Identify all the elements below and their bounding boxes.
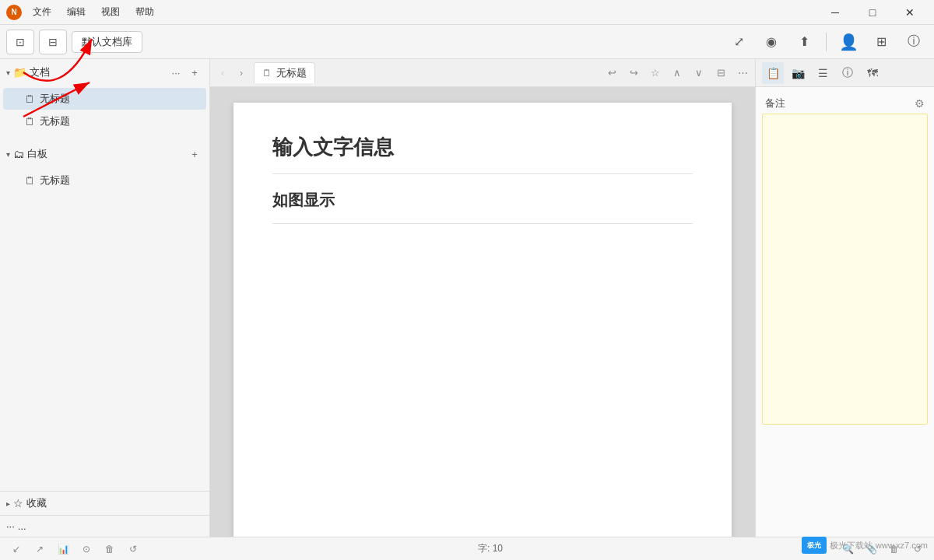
sidebar-more-label: ... xyxy=(18,520,26,532)
sort-asc-button[interactable]: ∧ xyxy=(668,64,686,82)
documents-chevron-icon: ▾ xyxy=(6,68,10,77)
watermark-text: 极光下载站 xyxy=(830,540,873,551)
document-canvas[interactable]: 输入文字信息 如图显示 xyxy=(210,87,755,537)
status-icon-6[interactable]: ↺ xyxy=(125,541,142,558)
camera-panel-button[interactable]: 📷 xyxy=(787,62,809,84)
status-icon-3[interactable]: 📊 xyxy=(54,541,72,558)
right-panel-content: 备注 ⚙ xyxy=(756,87,934,537)
info-button[interactable]: ⓘ xyxy=(900,30,928,54)
menu-help[interactable]: 帮助 xyxy=(129,4,160,20)
documents-add-button[interactable]: + xyxy=(186,64,203,81)
sidebar-toggle-button[interactable]: ⊡ xyxy=(6,30,34,54)
sidebar-more-item[interactable]: ··· ... xyxy=(0,515,209,537)
document-item-1-label: 无标题 xyxy=(40,92,70,106)
map-panel-button[interactable]: 🗺 xyxy=(862,62,883,84)
documents-section-title: 文档 xyxy=(30,65,167,79)
document-item-1[interactable]: 🗒 无标题 xyxy=(3,88,206,110)
document-subtitle: 如图显示 xyxy=(272,190,693,224)
status-icon-1[interactable]: ↙ xyxy=(8,541,25,558)
layout-icon: ⊟ xyxy=(48,36,58,48)
upload-icon: ⬆ xyxy=(799,34,809,49)
documents-section-header[interactable]: ▾ 📁 文档 ··· + xyxy=(0,59,209,86)
layout-button[interactable]: ⊟ xyxy=(39,30,67,54)
grid-icon: ⊞ xyxy=(876,34,887,49)
notes-section-header: 备注 ⚙ xyxy=(762,93,928,114)
maximize-button[interactable]: □ xyxy=(855,0,890,25)
menu-bar: 文件 编辑 视图 帮助 xyxy=(26,4,160,20)
grid-view-button[interactable]: ⊞ xyxy=(867,30,895,54)
whiteboard-item-1-label: 无标题 xyxy=(40,173,70,187)
notes-area[interactable] xyxy=(762,114,928,425)
menu-view[interactable]: 视图 xyxy=(95,4,126,20)
tab-forward-button[interactable]: › xyxy=(232,64,251,82)
whiteboard-section-title: 白板 xyxy=(27,147,186,161)
app-icon: N xyxy=(6,5,22,20)
more-options-button[interactable]: ⋯ xyxy=(733,64,752,82)
active-tab[interactable]: 🗒 无标题 xyxy=(254,62,315,83)
whiteboard-items: 🗒 无标题 xyxy=(0,167,209,194)
titlebar: N 文件 编辑 视图 帮助 ─ □ ✕ xyxy=(0,0,934,25)
documents-folder-icon: 📁 xyxy=(13,66,26,79)
tab-actions: ↩ ↪ ☆ ∧ ∨ ⊟ ⋯ xyxy=(602,64,752,82)
favorites-star-icon: ☆ xyxy=(13,497,23,509)
library-label[interactable]: 默认文档库 xyxy=(72,31,142,53)
redo-button[interactable]: ↪ xyxy=(624,64,643,82)
whiteboard-section: ▾ 🗂 白板 + 🗒 无标题 xyxy=(0,141,209,194)
document-item-2[interactable]: 🗒 无标题 xyxy=(3,110,206,132)
documents-more-button[interactable]: ··· xyxy=(167,64,184,81)
layout-toggle-button[interactable]: ⊟ xyxy=(711,64,730,82)
note-panel-button[interactable]: 📋 xyxy=(762,62,784,84)
status-icon-4[interactable]: ⊙ xyxy=(78,541,95,558)
view-button[interactable]: ◉ xyxy=(757,30,785,54)
right-panel: 📋 📷 ☰ ⓘ 🗺 备注 ⚙ xyxy=(755,59,934,537)
watermark-url: www.xz7.com xyxy=(876,541,928,550)
undo-button[interactable]: ↩ xyxy=(602,64,621,82)
menu-edit[interactable]: 编辑 xyxy=(61,4,92,20)
tab-title: 无标题 xyxy=(276,66,307,80)
whiteboard-item-1[interactable]: 🗒 无标题 xyxy=(3,170,206,191)
main-layout: ▾ 📁 文档 ··· + 🗒 无标题 🗒 无标题 xyxy=(0,59,934,537)
favorites-section-header[interactable]: ▸ ☆ 收藏 xyxy=(0,492,209,515)
menu-file[interactable]: 文件 xyxy=(26,4,58,20)
status-icon-2[interactable]: ↗ xyxy=(31,541,48,558)
watermark: 极光 极光下载站 www.xz7.com xyxy=(802,537,928,554)
upload-button[interactable]: ⬆ xyxy=(790,30,818,54)
toolbar: ⊡ ⊟ 默认文档库 ⤢ ◉ ⬆ 👤 ⊞ ⓘ xyxy=(0,25,934,59)
document-title: 输入文字信息 xyxy=(272,134,693,174)
status-icon-5[interactable]: 🗑 xyxy=(101,541,118,558)
sidebar: ▾ 📁 文档 ··· + 🗒 无标题 🗒 无标题 xyxy=(0,59,210,537)
zoom-icon: ⤢ xyxy=(734,34,744,49)
favorite-button[interactable]: ☆ xyxy=(646,64,665,82)
tab-doc-icon: 🗒 xyxy=(262,68,272,79)
favorites-section: ▸ ☆ 收藏 xyxy=(0,491,209,515)
view-icon: ◉ xyxy=(766,34,777,49)
sort-desc-button[interactable]: ∨ xyxy=(690,64,708,82)
avatar-button[interactable]: 👤 xyxy=(834,30,862,54)
watermark-logo: 极光 xyxy=(802,537,827,554)
documents-items: 🗒 无标题 🗒 无标题 xyxy=(0,86,209,135)
whiteboard-add-button[interactable]: + xyxy=(186,145,203,163)
info-icon: ⓘ xyxy=(908,33,920,50)
whiteboard-section-header[interactable]: ▾ 🗂 白板 + xyxy=(0,141,209,167)
document-area: ‹ › 🗒 无标题 ↩ ↪ ☆ ∧ ∨ ⊟ ⋯ xyxy=(210,59,755,537)
favorites-chevron-icon: ▸ xyxy=(6,499,10,508)
zoom-button[interactable]: ⤢ xyxy=(725,30,753,54)
list-panel-button[interactable]: ☰ xyxy=(812,62,834,84)
document-item-1-icon: 🗒 xyxy=(25,93,35,105)
sidebar-more-icon: ··· xyxy=(6,520,15,532)
favorites-section-title: 收藏 xyxy=(26,496,203,510)
tab-back-button[interactable]: ‹ xyxy=(213,64,232,82)
whiteboard-chevron-icon: ▾ xyxy=(6,150,10,159)
notes-gear-button[interactable]: ⚙ xyxy=(915,97,925,110)
document-page: 输入文字信息 如图显示 xyxy=(234,103,732,537)
right-panel-toolbar: 📋 📷 ☰ ⓘ 🗺 xyxy=(756,59,934,87)
document-item-2-label: 无标题 xyxy=(40,114,70,128)
document-item-2-icon: 🗒 xyxy=(25,116,35,128)
whiteboard-item-1-icon: 🗒 xyxy=(25,175,35,187)
notes-label: 备注 xyxy=(765,96,785,110)
close-button[interactable]: ✕ xyxy=(892,0,928,25)
info-panel-button[interactable]: ⓘ xyxy=(837,62,859,84)
sidebar-toggle-icon: ⊡ xyxy=(16,36,25,48)
documents-section: ▾ 📁 文档 ··· + 🗒 无标题 🗒 无标题 xyxy=(0,59,209,135)
minimize-button[interactable]: ─ xyxy=(817,0,853,25)
